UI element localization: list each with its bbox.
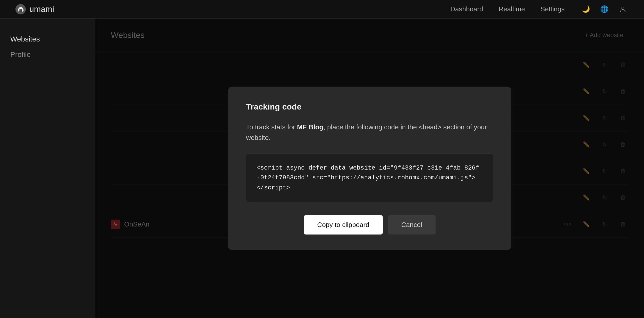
nav-dashboard[interactable]: Dashboard xyxy=(450,5,483,13)
modal-buttons: Copy to clipboard Cancel xyxy=(246,215,493,235)
nav-settings[interactable]: Settings xyxy=(540,5,565,13)
copy-to-clipboard-button[interactable]: Copy to clipboard xyxy=(304,215,383,235)
tracking-code-block: <script async defer data-website-id="9f4… xyxy=(246,154,493,202)
tracking-code-modal: Tracking code To track stats for MF Blog… xyxy=(228,87,511,250)
sidebar-item-profile[interactable]: Profile xyxy=(10,47,85,62)
logo-text: umami xyxy=(29,4,54,14)
logo: 🍙 umami xyxy=(15,4,54,14)
nav-icon-group: 🌙 🌐 xyxy=(580,4,629,15)
sidebar-label-websites: Websites xyxy=(10,35,40,43)
logo-icon: 🍙 xyxy=(15,4,26,14)
modal-desc-prefix: To track stats for xyxy=(246,123,297,131)
svg-point-0 xyxy=(622,7,624,9)
modal-title: Tracking code xyxy=(246,102,493,112)
sidebar: Websites Profile xyxy=(0,19,95,318)
theme-toggle-button[interactable]: 🌙 xyxy=(580,4,591,15)
sidebar-label-profile: Profile xyxy=(10,51,31,58)
main-layout: Websites Profile Websites + Add website … xyxy=(0,19,644,318)
main-content: Websites + Add website ✏️ ↻ 🗑 ✏️ xyxy=(95,19,644,318)
cancel-button[interactable]: Cancel xyxy=(388,215,436,235)
language-button[interactable]: 🌐 xyxy=(599,4,610,15)
modal-site-name: MF Blog xyxy=(297,123,324,131)
top-navigation: 🍙 umami Dashboard Realtime Settings 🌙 🌐 xyxy=(0,0,644,19)
nav-links: Dashboard Realtime Settings xyxy=(450,5,565,13)
modal-description: To track stats for MF Blog, place the fo… xyxy=(246,122,493,143)
nav-realtime[interactable]: Realtime xyxy=(498,5,525,13)
modal-overlay: Tracking code To track stats for MF Blog… xyxy=(95,19,644,318)
sidebar-item-websites[interactable]: Websites xyxy=(10,31,85,47)
user-menu-button[interactable] xyxy=(617,4,629,15)
